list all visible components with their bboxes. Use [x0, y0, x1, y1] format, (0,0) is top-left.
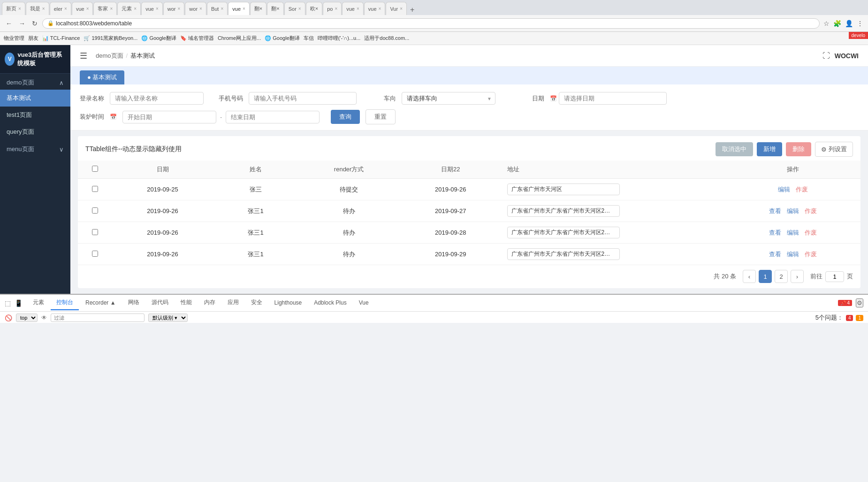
hamburger-button[interactable]: ☰ [80, 51, 87, 61]
bookmark-1991[interactable]: 🛒 1991黑家购Beyon... [84, 35, 137, 42]
action-作废[interactable]: 作废 [805, 229, 817, 236]
browser-tab-15[interactable]: 欧× [306, 2, 322, 15]
browser-tab-18[interactable]: vue× [364, 2, 386, 15]
bookmark-wuye[interactable]: 物业管理 [4, 35, 24, 42]
action-编辑[interactable]: 编辑 [778, 186, 790, 193]
page-btn-1[interactable]: 1 [759, 270, 772, 283]
reload-button[interactable]: ↻ [30, 19, 39, 28]
browser-tab-2[interactable]: 我是× [26, 2, 49, 15]
browser-tab-13[interactable]: 翻× [267, 2, 283, 15]
action-编辑[interactable]: 编辑 [787, 207, 799, 214]
devtools-tab-lighthouse[interactable]: Lighthouse [269, 297, 308, 310]
bookmark-chexin[interactable]: 车信 [304, 35, 314, 42]
sidebar-group-demo-title[interactable]: demo页面 ∧ [0, 74, 70, 90]
forward-button[interactable]: → [17, 19, 27, 28]
sidebar-item-basic-test[interactable]: 基本测试 [0, 90, 70, 107]
devtools-filter-input[interactable] [51, 314, 145, 322]
devtools-tab-vue[interactable]: Vue [353, 297, 374, 310]
back-button[interactable]: ← [4, 19, 14, 28]
page-btn-2[interactable]: 2 [775, 270, 788, 283]
devtools-top-select[interactable]: top [16, 314, 38, 322]
devtools-tab-memory[interactable]: 内存 [198, 296, 221, 310]
browser-tab-10[interactable]: But× [207, 2, 228, 15]
bookmark-button[interactable]: ☆ [822, 19, 830, 28]
phone-input[interactable] [249, 92, 357, 105]
browser-tab-9[interactable]: wor× [185, 2, 206, 15]
devtools-tab-performance[interactable]: 性能 [175, 296, 198, 310]
fullscreen-button[interactable]: ⛶ [822, 52, 830, 60]
add-button[interactable]: 新增 [757, 142, 782, 156]
sidebar-group-menu-title[interactable]: menu页面 ∨ [0, 140, 70, 156]
bookmark-doc88[interactable]: 适用于doc88.com... [364, 35, 409, 42]
page-next-button[interactable]: › [791, 270, 804, 283]
browser-tab-19[interactable]: Vur× [386, 2, 407, 15]
url-box[interactable]: 🔒 localhost:8003/webdemo/table [42, 18, 820, 29]
login-name-input[interactable] [110, 92, 204, 105]
browser-tab-16[interactable]: po× [323, 2, 342, 15]
devtools-tab-application[interactable]: 应用 [222, 296, 244, 310]
action-编辑[interactable]: 编辑 [787, 251, 799, 258]
row-checkbox[interactable] [92, 186, 98, 192]
devtools-tab-adblock[interactable]: Adblock Plus [308, 297, 352, 310]
extensions-button[interactable]: 🧩 [832, 19, 842, 28]
browser-tab-12[interactable]: 翻× [250, 2, 266, 15]
browser-tab-1[interactable]: 新页× [2, 2, 25, 15]
page-prev-button[interactable]: ‹ [743, 270, 756, 283]
action-作废[interactable]: 作废 [805, 207, 817, 214]
cancel-select-button[interactable]: 取消选中 [716, 142, 753, 156]
devtools-level-select[interactable]: 默认级别 ▾ [148, 314, 188, 322]
breadcrumb-home[interactable]: demo页面 [96, 52, 123, 60]
direction-select[interactable]: 请选择车向 [402, 92, 495, 105]
action-查看[interactable]: 查看 [769, 251, 781, 258]
browser-tab-6[interactable]: 元素× [117, 2, 141, 15]
sidebar-item-query[interactable]: query页面 [0, 123, 70, 140]
row-checkbox[interactable] [92, 229, 98, 235]
action-查看[interactable]: 查看 [769, 229, 781, 236]
bookmark-google-translate[interactable]: 🌐 Google翻译 [141, 35, 176, 42]
bookmark-domain[interactable]: 🔖 域名管理器 [180, 35, 214, 42]
start-date-input[interactable] [122, 111, 216, 123]
page-goto-input[interactable] [825, 271, 844, 282]
select-all-checkbox[interactable] [92, 166, 98, 172]
devtools-inspect-icon[interactable]: ⬚ [5, 299, 11, 307]
devtools-tab-console[interactable]: 控制台 [51, 296, 79, 310]
columns-button[interactable]: ⚙ 列设置 [815, 142, 853, 157]
action-编辑[interactable]: 编辑 [787, 229, 799, 236]
browser-tab-14[interactable]: Sor× [284, 2, 305, 15]
row-checkbox[interactable] [92, 207, 98, 214]
browser-tab-3[interactable]: eler× [50, 2, 71, 15]
devtools-tab-security[interactable]: 安全 [245, 296, 268, 310]
tab-basic-test[interactable]: ● 基本测试 [80, 70, 124, 84]
end-date-input[interactable] [226, 111, 320, 123]
bookmark-bilibili[interactable]: 哔哩哔哩('-'∩)...u... [318, 35, 361, 42]
browser-tab-8[interactable]: wor× [163, 2, 185, 15]
action-查看[interactable]: 查看 [769, 207, 781, 214]
menu-button[interactable]: ⋮ [856, 19, 864, 28]
browser-tab-17[interactable]: vue× [342, 2, 364, 15]
query-button[interactable]: 查询 [331, 110, 360, 124]
devtools-tab-recorder[interactable]: Recorder ▲ [80, 297, 122, 310]
browser-tab-5[interactable]: 客家× [93, 2, 117, 15]
devtools-eye-button[interactable]: 👁 [41, 314, 47, 321]
devtools-tab-sources[interactable]: 源代码 [146, 296, 174, 310]
devtools-settings-button[interactable]: ⚙ [856, 298, 863, 307]
browser-tab-7[interactable]: vue× [141, 2, 163, 15]
devtools-tab-elements[interactable]: 元素 [27, 296, 50, 310]
delete-button[interactable]: 删除 [786, 142, 811, 156]
date-input[interactable] [559, 92, 667, 105]
sidebar-item-test1[interactable]: test1页面 [0, 107, 70, 123]
profile-button[interactable]: 👤 [844, 19, 854, 28]
devtools-clear-button[interactable]: 🚫 [5, 314, 12, 321]
action-作废[interactable]: 作废 [796, 186, 808, 193]
bookmark-tcl[interactable]: 📊 TCL-Finance [42, 35, 80, 41]
bookmark-pengyou[interactable]: 朋友 [28, 35, 38, 42]
devtools-tab-network[interactable]: 网络 [122, 296, 145, 310]
action-作废[interactable]: 作废 [805, 251, 817, 258]
browser-tab-4[interactable]: vue× [72, 2, 93, 15]
devtools-device-icon[interactable]: 📱 [15, 299, 23, 307]
bookmark-google-translate2[interactable]: 🌐 Google翻译 [265, 35, 300, 42]
new-tab-button[interactable]: + [407, 5, 417, 15]
browser-tab-active[interactable]: vue× [228, 2, 250, 15]
reset-button[interactable]: 重置 [365, 109, 396, 124]
row-checkbox[interactable] [92, 251, 98, 257]
